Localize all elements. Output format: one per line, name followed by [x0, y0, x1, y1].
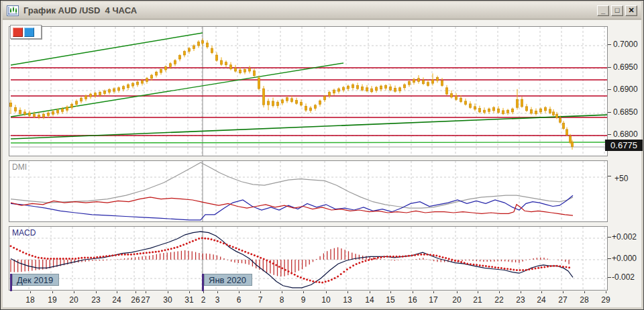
candle-body [146, 79, 148, 82]
candle-body [103, 91, 105, 93]
macd-signal-dot [525, 269, 527, 271]
macd-signal-dot [158, 250, 160, 252]
candle-body [455, 96, 457, 99]
candle-body [549, 109, 551, 113]
macd-signal-dot [562, 266, 564, 268]
macd-panel[interactable]: MACD [9, 226, 608, 291]
time-tick [347, 291, 348, 293]
candle-body [530, 110, 532, 113]
macd-signal-dot [396, 256, 398, 258]
axis-label: 0.6800 [613, 130, 638, 139]
time-label: 3 [208, 295, 227, 305]
macd-signal-dot [47, 258, 49, 260]
dmi-panel[interactable]: DMI [9, 160, 608, 222]
macd-signal-dot [284, 269, 286, 271]
axis-tick [608, 67, 611, 68]
time-tick [326, 291, 327, 293]
candle-body [169, 64, 171, 67]
candle-body [211, 48, 213, 53]
macd-signal-dot [516, 269, 518, 271]
candle-body [544, 107, 546, 111]
candle-body [75, 101, 77, 105]
macd-signal-dot [435, 255, 437, 257]
trend-line[interactable] [11, 142, 607, 143]
macd-signal-dot [439, 256, 441, 258]
macd-signal-dot [142, 252, 144, 254]
time-tick [217, 291, 218, 293]
macd-signal-dot [96, 256, 98, 258]
candle-body [417, 79, 419, 82]
candle-body [413, 79, 415, 83]
macd-signal-dot [111, 254, 113, 256]
candle-body [450, 93, 452, 97]
macd-signal-dot [260, 257, 262, 259]
candle-body [347, 86, 349, 89]
candle-body [474, 107, 476, 109]
macd-label: MACD [12, 228, 36, 238]
candle-body [141, 81, 143, 83]
candle-body [244, 69, 246, 72]
axis-label: +0.000 [612, 254, 637, 263]
candle-body [483, 110, 485, 112]
macd-signal-dot [290, 272, 292, 274]
candle-body [356, 85, 358, 89]
macd-signal-dot [34, 256, 36, 258]
red-marker-button[interactable] [13, 28, 23, 37]
macd-signal-dot [537, 267, 539, 269]
macd-signal-dot [312, 280, 314, 282]
price-panel[interactable] [9, 26, 608, 156]
macd-signal-dot [248, 252, 250, 254]
macd-signal-dot [99, 256, 101, 258]
dmi-canvas[interactable] [9, 161, 607, 221]
window-controls: _ □ ✕ [597, 5, 637, 16]
candle-body [361, 87, 363, 90]
macd-signal-dot [543, 266, 545, 268]
candlestick-canvas[interactable] [9, 27, 607, 156]
macd-signal-dot [130, 254, 132, 256]
maximize-button[interactable]: □ [611, 5, 623, 16]
macd-signal-dot [319, 281, 321, 283]
macd-signal-dot [257, 256, 259, 258]
candle-body [150, 75, 152, 79]
macd-signal-dot [68, 258, 70, 260]
macd-canvas[interactable] [9, 227, 607, 290]
time-label: 28 [575, 295, 594, 305]
candle-body [127, 85, 129, 88]
blue-marker-button[interactable] [24, 28, 34, 37]
macd-signal-dot [470, 263, 472, 265]
title-bar[interactable]: График AUD /USD 4 ЧАСА _ □ ✕ [3, 2, 641, 19]
axis-label: +0.002 [612, 232, 637, 242]
minimize-button[interactable]: _ [597, 5, 609, 16]
axis-tick [608, 134, 611, 135]
candle-body [403, 85, 405, 88]
candle-body [281, 100, 283, 103]
trend-line[interactable] [11, 63, 343, 117]
candle-body [497, 109, 499, 112]
candle-body [552, 112, 554, 115]
candle-body [441, 81, 443, 85]
time-tick [30, 291, 31, 293]
time-tick [303, 291, 304, 293]
close-button[interactable]: ✕ [625, 5, 637, 16]
macd-signal-dot [365, 260, 367, 262]
macd-signal-dot [377, 257, 379, 259]
window-title: График AUD /USD 4 ЧАСА [23, 5, 137, 15]
macd-signal-dot [74, 258, 76, 260]
macd-signal-dot [109, 255, 111, 257]
axis-tick [608, 176, 611, 176]
macd-signal-dot [87, 256, 89, 258]
candle-body [286, 97, 288, 101]
macd-signal-dot [420, 254, 422, 256]
macd-signal-dot [325, 280, 327, 282]
macd-signal-dot [352, 264, 354, 266]
macd-signal-dot [127, 254, 129, 256]
macd-signal-dot [28, 254, 30, 256]
macd-signal-dot [423, 254, 425, 256]
macd-signal-dot [149, 252, 151, 254]
macd-signal-dot [547, 266, 549, 268]
macd-signal-dot [500, 267, 502, 269]
candle-body [460, 98, 462, 101]
candle-body [160, 69, 162, 72]
time-label: 7 [251, 295, 270, 305]
macd-signal-dot [494, 266, 496, 268]
